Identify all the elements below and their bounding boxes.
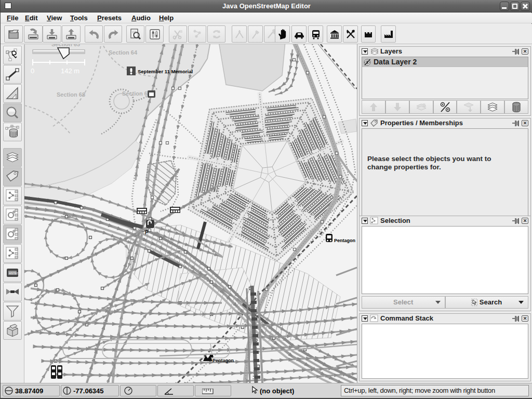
svg-text:Section 64: Section 64 <box>109 49 138 56</box>
svg-text:Section 68: Section 68 <box>57 91 85 98</box>
svg-text:Pentagon: Pentagon <box>212 358 234 363</box>
svg-text:Section 69: Section 69 <box>122 90 151 97</box>
svg-text:September 11 Memorial: September 11 Memorial <box>138 69 193 74</box>
svg-text:142 m: 142 m <box>61 67 79 75</box>
svg-text:0: 0 <box>31 67 34 75</box>
svg-text:P: P <box>145 230 149 235</box>
svg-text:Section 63: Section 63 <box>51 44 80 47</box>
svg-text:Pentagon: Pentagon <box>334 238 355 243</box>
svg-text:MSTED: MSTED <box>9 272 19 275</box>
